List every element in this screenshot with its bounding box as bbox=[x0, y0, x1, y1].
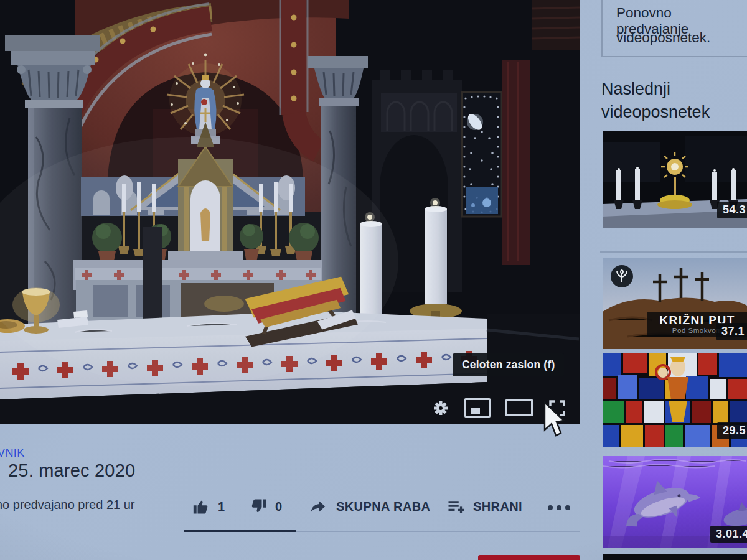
subscribe-button-partial[interactable] bbox=[478, 555, 580, 560]
dislike-button[interactable]: 0 bbox=[249, 498, 283, 515]
share-label: SKUPNA RABA bbox=[336, 500, 430, 514]
duration-badge: 54.3 bbox=[717, 202, 747, 218]
theater-mode-button[interactable] bbox=[505, 399, 533, 416]
youtube-page: Celoten zaslon (f) VNIK 25. marec 2020 n… bbox=[0, 0, 747, 560]
theater-mode-icon bbox=[505, 399, 533, 416]
duration-badge: 3.01.4 bbox=[710, 526, 747, 543]
settings-button[interactable] bbox=[432, 399, 449, 417]
replay-notice-line2: videoposnetek. bbox=[616, 30, 710, 46]
related-video-thumbnail-partial[interactable] bbox=[603, 554, 747, 560]
video-meta: no predvajano pred 21 ur bbox=[0, 498, 135, 512]
next-video-heading-line2: videoposnetek bbox=[601, 103, 710, 122]
channel-link-partial[interactable]: VNIK bbox=[0, 447, 25, 460]
like-button[interactable]: 1 bbox=[192, 498, 225, 515]
gear-icon bbox=[432, 399, 449, 417]
mouse-cursor bbox=[543, 401, 570, 442]
like-ratio-bar bbox=[184, 530, 296, 532]
save-label: SHRANI bbox=[473, 500, 522, 514]
save-button[interactable]: SHRANI bbox=[447, 498, 522, 515]
miniplayer-button[interactable] bbox=[464, 398, 491, 418]
sidebar-divider bbox=[600, 251, 747, 253]
share-arrow-icon bbox=[308, 497, 329, 516]
channel-tree-logo-icon bbox=[611, 265, 633, 287]
miniplayer-icon bbox=[464, 398, 491, 418]
thumbs-down-icon bbox=[249, 498, 268, 515]
duration-badge: 29.5 bbox=[717, 422, 747, 439]
fullscreen-tooltip: Celoten zaslon (f) bbox=[453, 353, 564, 376]
thumbnail-overlay-subtitle: Pod Smokvom bbox=[672, 327, 722, 335]
dislike-count: 0 bbox=[275, 500, 283, 514]
duration-badge: 37.1 bbox=[716, 323, 747, 340]
playlist-add-icon bbox=[447, 498, 466, 515]
like-count: 1 bbox=[218, 500, 225, 514]
thumbs-up-icon bbox=[192, 498, 210, 515]
divider bbox=[296, 531, 580, 532]
video-title: 25. marec 2020 bbox=[8, 460, 135, 481]
share-button[interactable]: SKUPNA RABA bbox=[308, 497, 430, 516]
ellipsis-icon bbox=[548, 505, 553, 510]
next-video-heading-line1: Naslednji bbox=[601, 80, 670, 99]
more-actions-button[interactable] bbox=[548, 505, 570, 510]
